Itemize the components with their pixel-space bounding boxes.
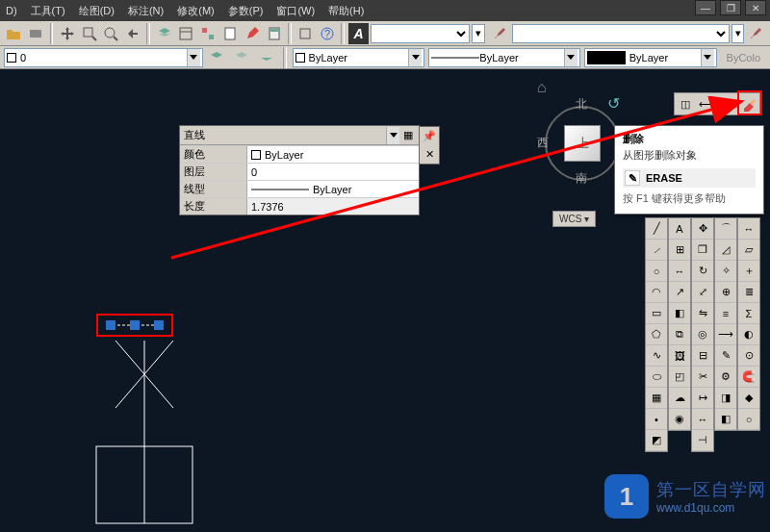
raster-icon[interactable]: 🖼 xyxy=(669,345,690,367)
dim-style-select[interactable] xyxy=(512,24,730,43)
menu-item[interactable]: 标注(N) xyxy=(128,4,164,18)
pedit-icon[interactable]: ✎ xyxy=(715,345,736,367)
tool-icon[interactable]: ⚙ xyxy=(715,367,736,388)
tool-icon[interactable]: ⊙ xyxy=(738,345,759,367)
brush-icon[interactable] xyxy=(491,23,511,44)
wipeout-icon[interactable]: ◰ xyxy=(669,367,690,388)
list-icon[interactable]: ≣ xyxy=(738,282,759,303)
grip-mid[interactable] xyxy=(130,320,140,330)
linetype-select[interactable]: ByLayer xyxy=(428,48,579,67)
id-icon[interactable]: ＋ xyxy=(738,261,759,282)
panel-title-bar[interactable]: 直线 ▦ xyxy=(180,126,419,145)
wcs-button[interactable]: WCS ▾ xyxy=(552,211,596,227)
dropdown-arrow-icon[interactable] xyxy=(386,127,399,144)
xref-icon[interactable]: ⧉ xyxy=(669,324,690,345)
arc-icon[interactable]: ◠ xyxy=(646,282,667,303)
magnet-icon[interactable]: 🧲 xyxy=(738,367,759,388)
menu-item[interactable]: 窗口(W) xyxy=(276,4,315,18)
close-button[interactable]: ✕ xyxy=(745,0,766,15)
scale-icon[interactable]: ⤢ xyxy=(692,282,713,303)
align-icon[interactable]: ≡ xyxy=(715,303,736,324)
mtext-icon[interactable]: A xyxy=(669,218,690,240)
layer-select[interactable]: 0 xyxy=(4,48,203,67)
line-icon[interactable]: ╱ xyxy=(646,218,667,240)
calc-icon[interactable] xyxy=(264,23,284,44)
viewcube-face[interactable]: 上 xyxy=(564,125,601,162)
revcloud-icon[interactable]: ☁ xyxy=(669,388,690,409)
rect-icon[interactable]: ▭ xyxy=(646,303,667,324)
menu-item[interactable]: 修改(M) xyxy=(177,4,215,18)
close-panel-icon[interactable]: ✕ xyxy=(425,148,434,161)
layer-match-icon[interactable] xyxy=(256,47,277,68)
stretch-icon[interactable]: ↔ xyxy=(692,409,713,430)
plot-icon[interactable] xyxy=(26,23,46,44)
rotate-icon[interactable]: ↺ xyxy=(607,94,620,113)
pan-icon[interactable] xyxy=(57,23,77,44)
zoom-window-icon[interactable] xyxy=(79,23,99,44)
offset-icon[interactable]: ◎ xyxy=(692,324,713,345)
tool-icon[interactable]: ◫ xyxy=(675,93,696,114)
tool-icon[interactable]: ◨ xyxy=(715,388,736,409)
hatch-icon[interactable]: ▦ xyxy=(646,388,667,409)
match-icon[interactable] xyxy=(198,23,218,44)
ellipse-icon[interactable]: ⬭ xyxy=(646,367,667,388)
color-select[interactable]: ByLayer xyxy=(293,48,425,67)
properties-icon[interactable] xyxy=(176,23,196,44)
chamfer-icon[interactable]: ◿ xyxy=(715,240,736,261)
layer-iso-icon[interactable] xyxy=(231,47,252,68)
grip-end[interactable] xyxy=(154,320,164,330)
layer-previous-icon[interactable] xyxy=(207,47,228,68)
tool-icon[interactable]: ⟷ xyxy=(696,93,717,114)
markup-icon[interactable] xyxy=(242,23,262,44)
tool-icon[interactable]: ◐ xyxy=(738,324,759,345)
sheet-set-icon[interactable] xyxy=(220,23,241,44)
menu-item[interactable]: D) xyxy=(6,5,17,16)
extend-icon[interactable]: ↦ xyxy=(692,388,713,409)
join-icon[interactable]: ⊕ xyxy=(715,282,736,303)
dropdown-arrow-icon[interactable]: ▾ xyxy=(472,24,484,43)
dropdown-arrow-icon[interactable]: ▾ xyxy=(732,24,744,43)
point-icon[interactable]: • xyxy=(646,409,667,430)
lengthen-icon[interactable]: ⟶ xyxy=(715,324,736,345)
table-icon[interactable]: ⊞ xyxy=(669,240,690,261)
home-icon[interactable]: ⌂ xyxy=(537,79,554,94)
prop-row-linetype[interactable]: 线型 ByLayer xyxy=(180,180,419,197)
tool-icon[interactable]: ◲ xyxy=(717,93,738,114)
pin-icon[interactable]: 📌 xyxy=(423,130,436,142)
region-icon[interactable]: ◩ xyxy=(646,430,667,451)
dropdown-arrow-icon[interactable] xyxy=(187,49,200,66)
tool-icon[interactable]: ◆ xyxy=(738,388,759,409)
lineweight-select[interactable]: ByLayer xyxy=(584,48,717,67)
block-insert-icon[interactable]: ◧ xyxy=(669,303,690,324)
erase-icon[interactable] xyxy=(738,93,759,114)
dist-icon[interactable]: ↔ xyxy=(738,218,759,240)
fillet-icon[interactable]: ⌒ xyxy=(715,218,736,240)
leader-icon[interactable]: ↗ xyxy=(669,282,690,303)
area-icon[interactable]: ▱ xyxy=(738,240,759,261)
copy-icon[interactable]: ❐ xyxy=(692,240,713,261)
text-style-select[interactable] xyxy=(371,24,471,43)
prop-row-length[interactable]: 长度 1.7376 xyxy=(180,197,419,215)
restore-button[interactable]: ❐ xyxy=(720,0,741,15)
menu-item[interactable]: 工具(T) xyxy=(31,4,65,18)
minimize-button[interactable]: — xyxy=(695,0,716,15)
options-icon[interactable]: ▦ xyxy=(403,129,413,141)
massprop-icon[interactable]: Σ xyxy=(738,303,759,324)
tool-icon[interactable]: ○ xyxy=(738,409,759,430)
circle-icon[interactable]: ○ xyxy=(646,261,667,282)
zoom-previous-icon[interactable] xyxy=(123,23,143,44)
text-style-icon[interactable]: A xyxy=(348,23,369,44)
spline-icon[interactable]: ∿ xyxy=(646,345,667,367)
compass-s[interactable]: 南 xyxy=(576,170,587,187)
viewcube[interactable]: ↺ 上 北 南 西 东 WCS ▾ xyxy=(539,94,626,200)
compass-n[interactable]: 北 xyxy=(576,96,587,113)
prop-row-layer[interactable]: 图层 0 xyxy=(180,163,419,180)
tool-icon[interactable]: ◧ xyxy=(715,409,736,430)
mirror-icon[interactable]: ⇋ xyxy=(692,303,713,324)
menu-item[interactable]: 帮助(H) xyxy=(328,4,364,18)
open-icon[interactable] xyxy=(4,23,24,44)
help-icon[interactable]: ? xyxy=(318,23,338,44)
prop-row-color[interactable]: 颜色 ByLayer xyxy=(180,145,419,163)
donut-icon[interactable]: ◉ xyxy=(669,409,690,430)
explode-icon[interactable]: ✧ xyxy=(715,261,736,282)
